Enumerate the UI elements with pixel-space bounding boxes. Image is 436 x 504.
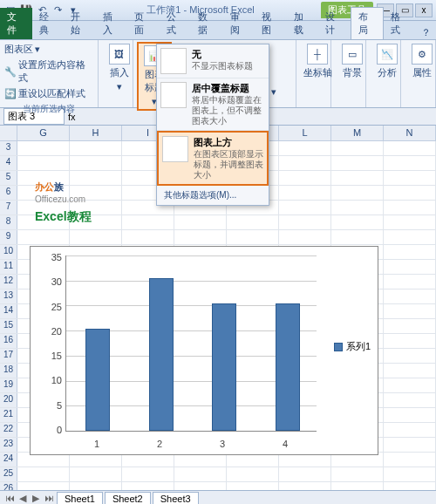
x-axis: 1234 xyxy=(65,439,317,449)
chart-bar[interactable] xyxy=(85,329,110,431)
row-header[interactable]: 18 xyxy=(0,364,17,378)
tab-page-layout[interactable]: 页面 xyxy=(127,8,160,39)
row-header[interactable]: 23 xyxy=(0,438,17,452)
group-selection: 图表区 ▾ 🔧 设置所选内容格式 🔄 重设以匹配样式 当前所选内容 xyxy=(0,40,99,107)
chart-element-selector[interactable]: 图表区 ▾ xyxy=(3,42,94,57)
reset-style-button[interactable]: 🔄 重设以匹配样式 xyxy=(3,86,94,101)
dropdown-item-above[interactable]: 图表上方在图表区顶部显示标题，并调整图表大小 xyxy=(157,131,269,186)
above-icon xyxy=(162,136,188,162)
tab-data[interactable]: 数据 xyxy=(191,8,223,39)
sheet-tab-3[interactable]: Sheet3 xyxy=(153,492,199,504)
tab-addins[interactable]: 加载 xyxy=(287,8,319,39)
tab-formulas[interactable]: 公式 xyxy=(160,8,192,39)
none-icon xyxy=(160,48,187,74)
col-header[interactable]: L xyxy=(279,126,331,140)
tab-format[interactable]: 格式 xyxy=(384,8,416,39)
tab-insert[interactable]: 插入 xyxy=(96,8,128,39)
sheet-nav-first[interactable]: ⏮ xyxy=(3,493,16,504)
row-header[interactable]: 26 xyxy=(0,482,17,490)
col-header[interactable]: H xyxy=(70,126,122,140)
sheet-tab-2[interactable]: Sheet2 xyxy=(105,492,151,504)
analysis-button[interactable]: 📉分析 xyxy=(370,42,405,81)
dropdown-item-none[interactable]: 无不显示图表标题 xyxy=(157,44,269,78)
background-button[interactable]: ▭背景 xyxy=(335,42,370,81)
row-header[interactable]: 4 xyxy=(0,156,17,170)
centered-icon xyxy=(160,82,187,108)
ribbon-tabs: 文件 经典 开始 插入 页面 公式 数据 审阅 视图 加载 设计 布局 格式 ？ xyxy=(0,21,436,40)
col-header[interactable]: G xyxy=(17,126,70,140)
legend-label: 系列1 xyxy=(346,340,371,353)
row-header[interactable]: 19 xyxy=(0,378,17,392)
embedded-chart[interactable]: 35302520151050 1234 系列1 xyxy=(30,246,378,455)
row-header[interactable]: 14 xyxy=(0,304,17,318)
tab-review[interactable]: 审阅 xyxy=(223,8,255,39)
row-header[interactable]: 10 xyxy=(0,245,17,259)
format-selection-button[interactable]: 🔧 设置所选内容格式 xyxy=(3,58,94,85)
y-axis: 35302520151050 xyxy=(37,252,62,435)
sheet-nav-last[interactable]: ⏭ xyxy=(43,493,55,504)
group-label: 当前所选内容 xyxy=(3,101,94,115)
row-header[interactable]: 7 xyxy=(0,201,17,215)
chart-bar[interactable] xyxy=(276,303,300,431)
help-icon[interactable]: ？ xyxy=(416,26,436,39)
dropdown-item-centered[interactable]: 居中覆盖标题将居中标题覆盖在图表上，但不调整图表大小 xyxy=(157,78,269,131)
row-header[interactable]: 21 xyxy=(0,408,17,422)
legend-swatch xyxy=(334,343,343,351)
row-header[interactable]: 5 xyxy=(0,171,17,185)
row-header[interactable]: 9 xyxy=(0,230,17,244)
grid-row: 26 xyxy=(0,482,436,490)
row-header[interactable]: 8 xyxy=(0,215,17,229)
dropdown-more-options[interactable]: 其他标题选项(M)... xyxy=(157,186,269,205)
row-header[interactable]: 20 xyxy=(0,393,17,407)
row-header[interactable]: 3 xyxy=(0,141,17,155)
group-insert: 🖼 插入▾ xyxy=(99,40,133,107)
row-header[interactable]: 11 xyxy=(0,260,17,274)
ribbon: 图表区 ▾ 🔧 设置所选内容格式 🔄 重设以匹配样式 当前所选内容 🖼 插入▾ … xyxy=(0,40,436,108)
watermark: 办公族 Officezu.com Excel教程 xyxy=(35,174,92,225)
sheet-tabs: ⏮◀▶⏭ Sheet1 Sheet2 Sheet3 xyxy=(0,490,436,504)
tab-classic[interactable]: 经典 xyxy=(32,8,65,39)
col-header[interactable]: N xyxy=(384,126,436,140)
tab-home[interactable]: 开始 xyxy=(64,8,96,39)
row-header[interactable]: 12 xyxy=(0,275,17,289)
sheet-nav-next[interactable]: ▶ xyxy=(30,493,42,504)
tab-layout[interactable]: 布局 xyxy=(351,7,385,39)
chart-bar[interactable] xyxy=(149,278,174,431)
col-header[interactable]: M xyxy=(331,126,384,140)
row-header[interactable]: 24 xyxy=(0,453,17,467)
axes-button[interactable]: ┼坐标轴 xyxy=(300,42,335,81)
insert-button[interactable]: 🖼 插入▾ xyxy=(102,42,137,94)
sheet-nav-prev[interactable]: ◀ xyxy=(17,493,29,504)
row-header[interactable]: 6 xyxy=(0,186,17,200)
tab-view[interactable]: 视图 xyxy=(255,8,287,39)
properties-button[interactable]: ⚙属性 xyxy=(405,42,436,81)
chart-bar[interactable] xyxy=(212,303,236,431)
row-header[interactable]: 22 xyxy=(0,423,17,437)
sheet-tab-1[interactable]: Sheet1 xyxy=(57,492,103,504)
close-button[interactable]: x xyxy=(415,3,433,17)
plot-area xyxy=(65,255,317,432)
row-header[interactable]: 25 xyxy=(0,467,17,481)
tab-file[interactable]: 文件 xyxy=(0,8,32,39)
row-header[interactable]: 16 xyxy=(0,334,17,348)
insert-icon: 🖼 xyxy=(109,44,130,65)
row-header[interactable]: 17 xyxy=(0,349,17,363)
chart-legend[interactable]: 系列1 xyxy=(334,340,371,353)
row-header[interactable]: 13 xyxy=(0,289,17,303)
grid-row: 25 xyxy=(0,467,436,482)
tab-design[interactable]: 设计 xyxy=(318,8,351,39)
row-header[interactable]: 15 xyxy=(0,319,17,333)
chart-title-dropdown: 无不显示图表标题 居中覆盖标题将居中标题覆盖在图表上，但不调整图表大小 图表上方… xyxy=(156,44,269,206)
grid-row: 9 xyxy=(0,230,436,245)
